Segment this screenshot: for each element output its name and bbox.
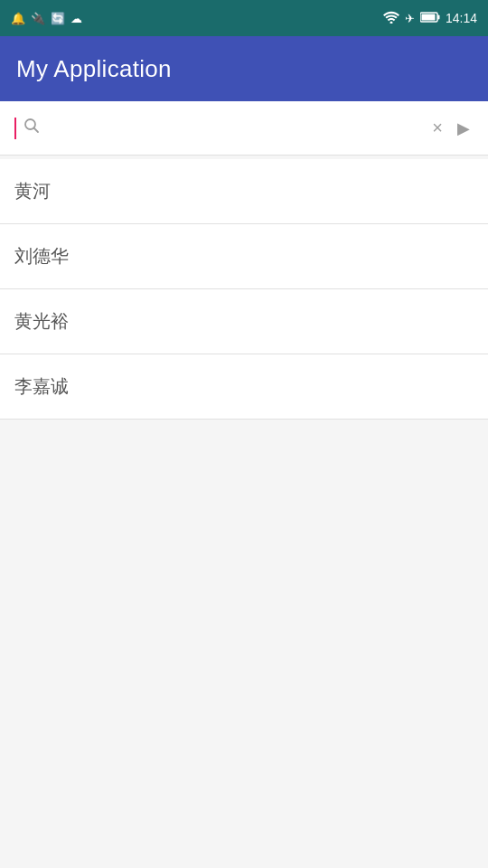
list-item-text: 李嘉诚 bbox=[14, 374, 69, 399]
svg-rect-2 bbox=[437, 14, 439, 19]
svg-rect-3 bbox=[421, 14, 435, 20]
app-bar: My Application bbox=[0, 36, 488, 101]
search-submit-button[interactable]: ▶ bbox=[454, 115, 474, 142]
sync-icon: 🔄 bbox=[51, 12, 65, 25]
airplane-icon: ✈ bbox=[405, 12, 415, 25]
list-item-text: 黄河 bbox=[14, 179, 51, 203]
search-input[interactable] bbox=[47, 118, 428, 137]
notification-icon: 🔔 bbox=[11, 12, 25, 25]
search-icon bbox=[23, 118, 40, 138]
status-time: 14:14 bbox=[446, 11, 477, 25]
list-item[interactable]: 黄河 bbox=[0, 159, 488, 224]
cloud-icon: ☁ bbox=[70, 12, 82, 25]
svg-point-0 bbox=[389, 21, 392, 24]
search-cursor bbox=[14, 118, 16, 139]
list-item[interactable]: 黄光裕 bbox=[0, 289, 488, 354]
list-item-text: 刘德华 bbox=[14, 244, 69, 269]
list-item-text: 黄光裕 bbox=[14, 309, 69, 334]
app-title: My Application bbox=[16, 55, 172, 83]
status-bar-left: 🔔 🔌 🔄 ☁ bbox=[11, 12, 82, 25]
status-bar-right: ✈ 14:14 bbox=[383, 11, 477, 26]
list-container: 黄河刘德华黄光裕李嘉诚 bbox=[0, 159, 488, 420]
battery-icon bbox=[420, 12, 440, 25]
usb-icon: 🔌 bbox=[31, 12, 45, 25]
list-item[interactable]: 李嘉诚 bbox=[0, 354, 488, 420]
wifi-icon bbox=[383, 11, 399, 26]
search-bar: × ▶ bbox=[0, 101, 488, 156]
svg-line-5 bbox=[34, 128, 39, 133]
main-content: × ▶ 黄河刘德华黄光裕李嘉诚 bbox=[0, 101, 488, 420]
status-bar: 🔔 🔌 🔄 ☁ ✈ 14:14 bbox=[0, 0, 488, 36]
search-clear-button[interactable]: × bbox=[428, 114, 446, 142]
list-item[interactable]: 刘德华 bbox=[0, 224, 488, 289]
